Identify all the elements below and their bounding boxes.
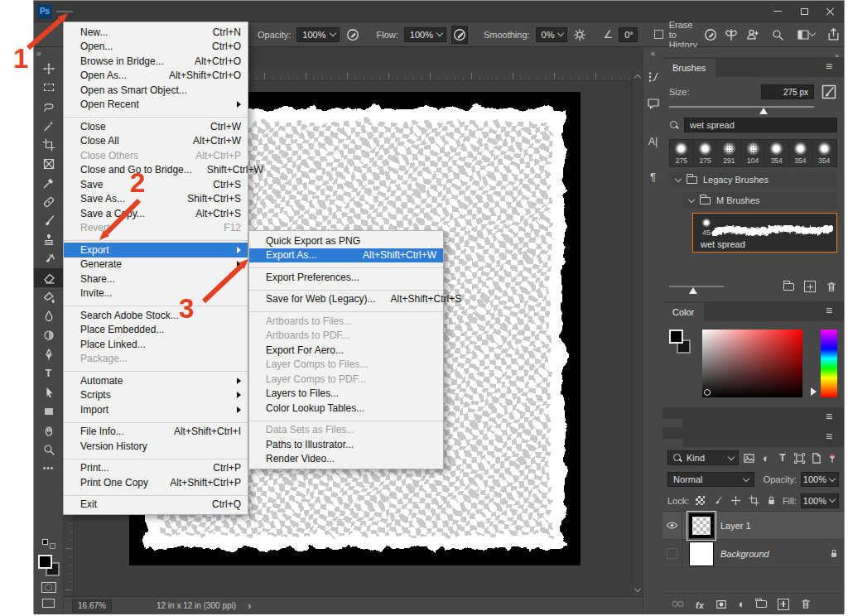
export-menu-item[interactable]: Layers to Files... bbox=[249, 387, 443, 402]
file-menu-item[interactable]: Open As... Alt+Shift+Ctrl+O bbox=[64, 69, 248, 84]
brush-preset[interactable]: 104 bbox=[741, 140, 765, 166]
layer-opacity-dropdown[interactable]: 100% bbox=[801, 472, 839, 487]
vertical-scrollbar[interactable] bbox=[632, 70, 643, 596]
comments-icon[interactable] bbox=[645, 95, 662, 112]
erase-to-history-checkbox[interactable] bbox=[654, 30, 663, 39]
brush-preset-icon[interactable] bbox=[821, 84, 837, 100]
file-menu-item[interactable]: File Info... Alt+Shift+Ctrl+I bbox=[64, 425, 248, 440]
filter-toggle-pin-icon[interactable] bbox=[826, 450, 839, 465]
file-menu-item[interactable] bbox=[64, 235, 248, 243]
layer-row[interactable]: Layer 1 bbox=[662, 512, 844, 540]
airbrush-icon[interactable] bbox=[703, 26, 718, 43]
export-menu-item[interactable]: Layer Comps to PDF... bbox=[249, 372, 443, 387]
export-menu-item[interactable]: Layer Comps to Files... bbox=[249, 358, 443, 373]
filter-shape-layers-icon[interactable] bbox=[793, 450, 806, 465]
tab-brushes[interactable]: Brushes bbox=[662, 59, 716, 77]
export-menu-item[interactable] bbox=[249, 262, 443, 270]
file-menu-item[interactable]: Search Adobe Stock... bbox=[64, 308, 248, 323]
file-menu-item[interactable]: Save a Copy... Alt+Ctrl+S bbox=[64, 206, 248, 221]
history-brush-tool[interactable] bbox=[34, 249, 63, 268]
smoothing-dropdown[interactable]: 0% bbox=[536, 27, 568, 42]
brush-preset[interactable]: 275 bbox=[694, 140, 718, 166]
export-menu-item[interactable] bbox=[249, 306, 443, 314]
workspace-icon[interactable] bbox=[794, 26, 817, 43]
layer-visibility-toggle[interactable] bbox=[662, 540, 682, 568]
crop-tool[interactable] bbox=[34, 135, 63, 154]
quick-mask-button[interactable] bbox=[41, 582, 56, 593]
shape-tool[interactable] bbox=[34, 402, 63, 421]
export-menu-item[interactable]: Export Preferences... bbox=[249, 270, 443, 285]
foreground-background-swatches[interactable] bbox=[38, 555, 60, 576]
symmetry-butterfly-icon[interactable] bbox=[724, 26, 739, 43]
zoom-level[interactable]: 16.67% bbox=[72, 599, 112, 613]
brush-preset[interactable]: 354 bbox=[789, 140, 813, 166]
file-menu-item[interactable]: Save Ctrl+S bbox=[64, 177, 248, 192]
foreground-color[interactable] bbox=[669, 330, 683, 344]
brush-group-row[interactable]: M Brushes bbox=[682, 192, 837, 209]
brush-tool[interactable] bbox=[34, 211, 63, 230]
blur-tool[interactable] bbox=[34, 306, 63, 325]
airbrush-icon[interactable] bbox=[345, 26, 360, 43]
properties-tab[interactable] bbox=[662, 419, 682, 427]
zoom-tool[interactable] bbox=[34, 440, 63, 459]
file-menu-item[interactable]: Save As... Shift+Ctrl+S bbox=[64, 192, 248, 207]
color-swatches[interactable] bbox=[669, 330, 694, 359]
dodge-tool[interactable] bbox=[34, 325, 63, 344]
file-menu-item[interactable]: Scripts bbox=[64, 388, 248, 403]
panel-menu-icon[interactable] bbox=[826, 306, 837, 315]
new-group-button[interactable] bbox=[783, 283, 794, 291]
export-menu-item[interactable]: Render Video... bbox=[249, 452, 443, 467]
paint-bucket-tool[interactable] bbox=[34, 287, 63, 306]
dock-collapse-icon[interactable] bbox=[834, 47, 839, 57]
move-tool[interactable] bbox=[34, 59, 63, 78]
lock-artboard-icon[interactable] bbox=[747, 493, 761, 508]
file-menu-item[interactable]: Version History bbox=[64, 439, 248, 454]
export-menu-item[interactable]: Color Lookup Tables... bbox=[249, 401, 443, 416]
export-menu-item[interactable]: Save for Web (Legacy)... Alt+Shift+Ctrl+… bbox=[249, 292, 443, 307]
file-menu-item[interactable]: Close All Alt+Ctrl+W bbox=[64, 134, 248, 149]
file-menu-item[interactable]: Exit Ctrl+Q bbox=[64, 498, 248, 513]
marquee-tool[interactable] bbox=[34, 78, 63, 97]
search-icon[interactable] bbox=[769, 26, 786, 43]
export-menu-item[interactable] bbox=[249, 285, 443, 292]
file-menu-item[interactable] bbox=[64, 454, 248, 461]
layer-thumbnail[interactable] bbox=[689, 513, 714, 538]
screen-mode-button[interactable] bbox=[42, 599, 55, 608]
file-menu-item[interactable]: Package... bbox=[64, 352, 248, 367]
preview-size-slider[interactable] bbox=[669, 286, 724, 287]
filter-smart-objects-icon[interactable] bbox=[810, 450, 822, 465]
delete-brush-button[interactable] bbox=[826, 281, 837, 293]
layers-tab[interactable] bbox=[702, 439, 722, 447]
export-menu-item[interactable]: Artboards to Files... bbox=[249, 314, 443, 329]
layer-visibility-toggle[interactable] bbox=[662, 512, 682, 540]
delete-layer-button[interactable] bbox=[800, 598, 812, 610]
file-menu-item[interactable]: Revert F12 bbox=[64, 221, 248, 236]
file-menu-item[interactable]: Print One Copy Alt+Shift+Ctrl+P bbox=[64, 475, 248, 490]
properties-tab[interactable] bbox=[682, 419, 702, 427]
file-menu-item[interactable]: Open as Smart Object... bbox=[64, 83, 248, 98]
clone-stamp-tool[interactable] bbox=[34, 230, 63, 249]
file-menu-item[interactable] bbox=[64, 301, 248, 308]
filter-pixel-layers-icon[interactable] bbox=[743, 450, 755, 465]
file-menu-item[interactable]: Place Embedded... bbox=[64, 323, 248, 338]
brush-preset[interactable]: 291 bbox=[717, 140, 741, 166]
layer-fill-dropdown[interactable]: 100% bbox=[801, 493, 839, 508]
file-menu-item[interactable]: Browse in Bridge... Alt+Ctrl+O bbox=[64, 54, 248, 69]
file-menu-item[interactable]: Export bbox=[64, 243, 248, 257]
export-menu-item[interactable] bbox=[249, 416, 443, 423]
tab-color[interactable]: Color bbox=[662, 303, 704, 321]
brush-group-row[interactable]: Legacy Brushes bbox=[669, 171, 837, 188]
layers-tab[interactable] bbox=[662, 439, 682, 447]
file-menu-item[interactable]: Share... bbox=[64, 272, 248, 286]
brush-size-slider[interactable] bbox=[669, 103, 814, 114]
filter-type-layers-icon[interactable] bbox=[776, 450, 788, 465]
file-menu-item[interactable]: Automate bbox=[64, 373, 248, 388]
scroll-up-icon[interactable] bbox=[634, 75, 641, 81]
scroll-down-icon[interactable] bbox=[634, 585, 641, 592]
layer-row[interactable]: Background bbox=[662, 540, 844, 568]
file-menu-item[interactable]: Invite... bbox=[64, 286, 248, 301]
file-menu-item[interactable]: New... Ctrl+N bbox=[64, 25, 248, 40]
lock-position-icon[interactable] bbox=[729, 493, 743, 508]
new-adjustment-layer-button[interactable] bbox=[739, 598, 745, 610]
file-menu-item[interactable]: Close Others Alt+Ctrl+P bbox=[64, 148, 248, 163]
